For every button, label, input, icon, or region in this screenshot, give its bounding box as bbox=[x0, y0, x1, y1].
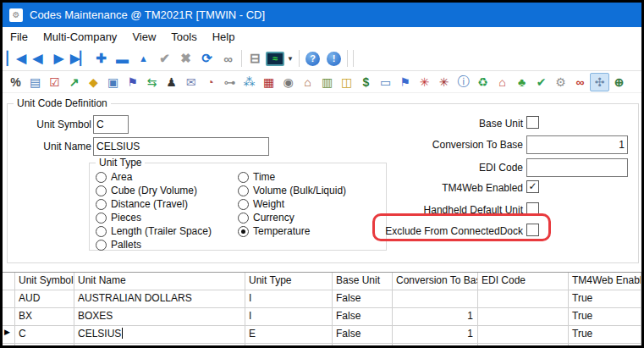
table-cell[interactable] bbox=[478, 290, 569, 308]
table-cell[interactable]: True bbox=[569, 290, 641, 308]
flag-blue-icon[interactable]: ⚑ bbox=[395, 73, 415, 91]
table-cell[interactable]: True bbox=[569, 308, 641, 326]
column-header[interactable]: Unit Name bbox=[74, 273, 245, 290]
table-cell[interactable]: 1 bbox=[393, 344, 478, 345]
delete-record-button[interactable]: ▬ bbox=[112, 48, 133, 69]
previous-record-button[interactable]: ◀ bbox=[27, 48, 48, 69]
column-header[interactable]: Unit Symbol bbox=[15, 273, 74, 290]
org-chart-icon[interactable]: ⁂ bbox=[239, 73, 259, 91]
table-cell[interactable] bbox=[478, 344, 569, 345]
menu-help[interactable]: Help bbox=[205, 27, 243, 47]
collapse-button[interactable]: ▲ bbox=[133, 48, 154, 69]
table-cell[interactable]: CAD bbox=[15, 344, 74, 345]
next-record-button[interactable]: ▶ bbox=[48, 48, 69, 69]
last-record-button[interactable]: ▶▏ bbox=[69, 48, 91, 69]
routes-icon[interactable]: ✳ bbox=[434, 73, 454, 91]
invoice-icon[interactable]: $ bbox=[356, 73, 376, 91]
column-header[interactable]: Conversion To Bas bbox=[393, 273, 478, 290]
monitor-dropdown-arrow[interactable]: ▼ bbox=[284, 48, 296, 69]
calendar-icon[interactable]: ▦ bbox=[259, 73, 278, 91]
table-cell[interactable]: C bbox=[15, 326, 74, 344]
table-cell[interactable] bbox=[478, 308, 569, 326]
monitor-button[interactable]: ≈ bbox=[266, 52, 284, 66]
exclude-connecteddock-checkbox[interactable] bbox=[526, 224, 539, 236]
flag-icon[interactable]: ⚑ bbox=[123, 73, 142, 91]
table-cell[interactable]: AUD bbox=[15, 290, 74, 308]
mail-icon[interactable]: ✉ bbox=[181, 73, 201, 91]
edi-code-input[interactable] bbox=[526, 158, 628, 177]
help-button[interactable]: ? bbox=[305, 52, 320, 66]
radio-area[interactable]: Area bbox=[96, 171, 132, 183]
radio-length[interactable]: Length (Trailer Space) bbox=[96, 225, 212, 237]
radio-pieces[interactable]: Pieces bbox=[96, 212, 141, 224]
print-button[interactable]: ⊟ bbox=[245, 48, 266, 69]
percent-icon[interactable]: % bbox=[6, 73, 25, 91]
handheld-default-unit-checkbox[interactable] bbox=[526, 202, 539, 215]
accept-button[interactable]: ✔ bbox=[154, 48, 175, 69]
table-cell[interactable]: I bbox=[245, 290, 333, 308]
table-cell[interactable]: BX bbox=[15, 308, 74, 326]
menu-view[interactable]: View bbox=[124, 27, 163, 47]
first-record-button[interactable]: ▏◀ bbox=[6, 48, 27, 69]
network-icon[interactable]: ✳ bbox=[415, 73, 434, 91]
column-header[interactable]: Unit Type bbox=[245, 273, 333, 290]
radio-pallets[interactable]: Pallets bbox=[96, 239, 141, 251]
compass-icon[interactable]: ✣ bbox=[590, 73, 609, 91]
column-header[interactable]: TM4Web Enabled bbox=[569, 273, 641, 290]
add-record-button[interactable]: ✚ bbox=[91, 48, 112, 69]
unit-symbol-input[interactable] bbox=[93, 115, 129, 134]
title-bar[interactable]: ⚙ Codes Maintenance @ TM2021R [TMWIN - C… bbox=[3, 3, 641, 27]
window-icon[interactable]: ▭ bbox=[376, 73, 395, 91]
rate-card-icon[interactable]: ⇆ bbox=[142, 73, 162, 91]
table-cell[interactable]: False bbox=[333, 290, 393, 308]
table-cell[interactable]: True bbox=[333, 344, 393, 345]
gears-icon[interactable]: ⚙ bbox=[551, 73, 570, 91]
shield-icon[interactable]: ◆ bbox=[84, 73, 103, 91]
table-cell[interactable]: CANADIAN DOLLARS bbox=[74, 344, 245, 345]
table-cell[interactable]: X bbox=[245, 344, 333, 345]
table-cell-editing[interactable]: CELSIUS bbox=[74, 326, 245, 344]
info-doc-icon[interactable]: ⓘ bbox=[454, 73, 473, 91]
recycle-icon[interactable]: ♻ bbox=[473, 73, 493, 91]
dock-icon[interactable]: ⌂ bbox=[298, 73, 317, 91]
about-button[interactable]: ! bbox=[327, 52, 341, 66]
globe-icon[interactable]: ⊕ bbox=[609, 73, 629, 91]
copy-check-icon[interactable]: ▣ bbox=[103, 73, 123, 91]
table-cell[interactable]: 1 bbox=[393, 326, 478, 344]
tm4web-enabled-checkbox[interactable]: ✓ bbox=[526, 180, 539, 193]
table-cell[interactable]: True bbox=[569, 344, 641, 345]
tree-icon[interactable]: ♣ bbox=[512, 73, 531, 91]
unit-name-input[interactable] bbox=[93, 137, 269, 156]
table-cell[interactable]: 1 bbox=[393, 308, 478, 326]
table-cell[interactable]: False bbox=[333, 308, 393, 326]
menu-file[interactable]: File bbox=[3, 27, 36, 47]
database-icon[interactable]: ▥ bbox=[317, 73, 337, 91]
camera-icon[interactable]: ◉ bbox=[278, 73, 298, 91]
link-icon[interactable]: ⊶ bbox=[220, 73, 239, 91]
package-icon[interactable]: ◫ bbox=[337, 73, 356, 91]
gauge-icon[interactable]: ◔ bbox=[201, 73, 220, 91]
radio-distance[interactable]: Distance (Travel) bbox=[96, 198, 188, 210]
car-icon[interactable]: ∞ bbox=[570, 73, 590, 91]
find-binoculars-icon[interactable]: ∞ bbox=[217, 48, 239, 69]
column-header[interactable]: Base Unit bbox=[333, 273, 393, 290]
menu-tools[interactable]: Tools bbox=[163, 27, 204, 47]
chart-icon[interactable]: ↗ bbox=[64, 73, 84, 91]
conversion-to-base-input[interactable] bbox=[526, 135, 628, 154]
table-cell[interactable]: AUSTRALIAN DOLLARS bbox=[74, 290, 245, 308]
column-header[interactable]: EDI Code bbox=[478, 273, 569, 290]
table-cell[interactable]: True bbox=[569, 326, 641, 344]
table-cell[interactable]: False bbox=[333, 326, 393, 344]
radio-cube[interactable]: Cube (Dry Volume) bbox=[96, 185, 197, 196]
table-cell[interactable]: I bbox=[245, 308, 333, 326]
table-cell[interactable]: E bbox=[245, 326, 333, 344]
approve-icon[interactable]: ✔ bbox=[531, 73, 551, 91]
notes-icon[interactable]: ▤ bbox=[25, 73, 45, 91]
table-cell[interactable]: BOXES bbox=[74, 308, 245, 326]
checklist-icon[interactable]: ☑ bbox=[45, 73, 64, 91]
table-cell[interactable] bbox=[393, 290, 478, 308]
refresh-button[interactable]: ⟳ bbox=[196, 48, 217, 69]
menu-multi-company[interactable]: Multi-Company bbox=[36, 27, 124, 47]
base-unit-checkbox[interactable] bbox=[526, 116, 539, 129]
cancel-button[interactable]: ✖ bbox=[175, 48, 196, 69]
